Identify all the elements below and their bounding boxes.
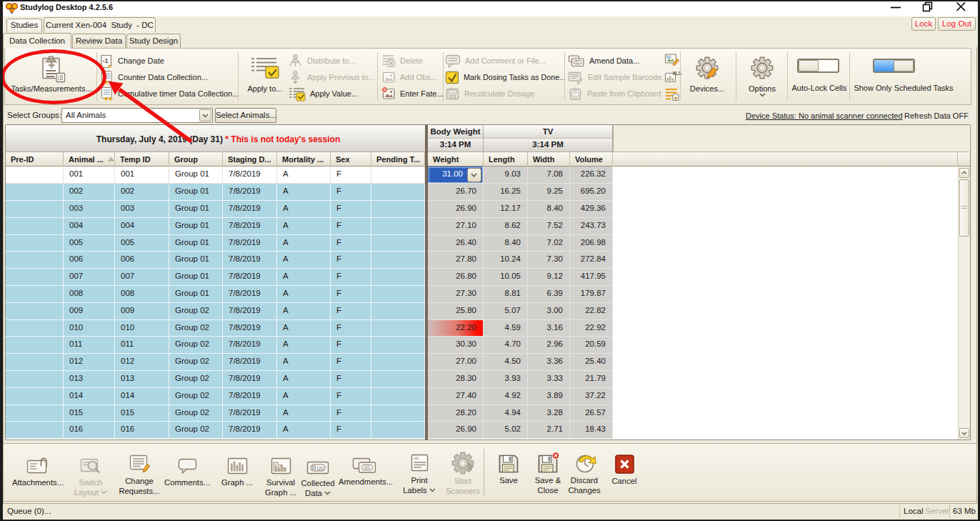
svg-text:I20: I20 <box>317 466 324 471</box>
svg-text:I20: I20 <box>364 465 371 470</box>
svg-text:01: 01 <box>574 93 578 96</box>
svg-text:01: 01 <box>576 61 580 64</box>
